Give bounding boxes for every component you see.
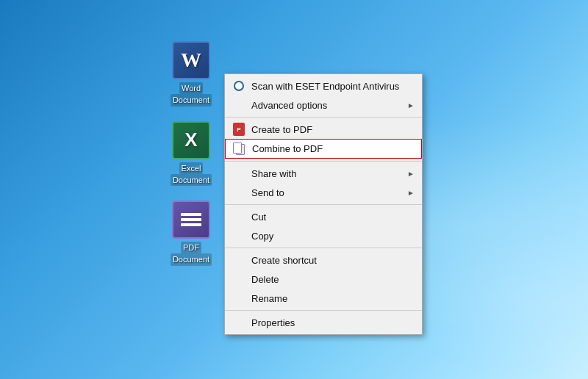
separator-2 [225,161,422,162]
rename-label: Rename [251,293,287,304]
cut-label: Cut [251,212,266,223]
menu-item-delete[interactable]: Delete [225,270,422,289]
menu-item-properties[interactable]: Properties [225,313,422,332]
separator-1 [225,117,422,118]
excel-letter: X [184,129,197,151]
share-with-arrow: ► [407,170,415,178]
pdf-icon-image [172,201,210,239]
separator-4 [225,248,422,248]
menu-item-advanced-options[interactable]: Advanced options ► [225,95,422,115]
excel-icon-label2: Document [171,174,212,186]
menu-item-send-to[interactable]: Send to ► [225,183,422,202]
word-icon-image: W [172,41,210,79]
desktop-icons: W Word Document X Excel Document PDF Doc… [163,41,219,266]
word-icon-label2: Document [171,94,212,106]
pdf-icon-lines [181,213,201,226]
combine-pdf-icon [232,141,248,157]
scan-eset-label: Scan with ESET Endpoint Antivirus [251,81,399,92]
menu-item-copy[interactable]: Copy [225,226,422,245]
pdf-document-icon[interactable]: PDF Document [163,201,219,266]
advanced-options-label: Advanced options [251,100,327,111]
menu-item-rename[interactable]: Rename [225,289,422,308]
delete-label: Delete [251,274,279,285]
word-document-icon[interactable]: W Word Document [163,41,219,107]
pdf-icon-label: PDF [181,242,201,253]
separator-5 [225,310,422,311]
combine-pdf-icon-image [233,142,246,156]
pdf-icon-label2: Document [171,253,212,265]
create-pdf-icon: P [231,121,247,137]
share-with-label: Share with [251,168,296,179]
menu-item-create-pdf[interactable]: P Create to PDF [225,120,422,139]
context-menu: Scan with ESET Endpoint Antivirus Advanc… [224,73,423,335]
separator-3 [225,204,422,205]
menu-item-scan-eset[interactable]: Scan with ESET Endpoint Antivirus [225,76,422,95]
excel-document-icon[interactable]: X Excel Document [163,121,219,187]
excel-icon-label: Excel [179,162,204,174]
menu-item-cut[interactable]: Cut [225,207,422,226]
menu-item-combine-pdf[interactable]: Combine to PDF [225,139,422,159]
pdf-small-icon: P [233,123,245,136]
send-to-arrow: ► [407,189,415,197]
create-pdf-label: Create to PDF [251,124,312,135]
create-shortcut-label: Create shortcut [251,255,317,266]
combine-pdf-label: Combine to PDF [252,143,323,154]
word-letter: W [181,48,201,72]
copy-label: Copy [251,231,273,242]
advanced-options-arrow: ► [407,101,415,109]
menu-item-create-shortcut[interactable]: Create shortcut [225,250,422,270]
send-to-label: Send to [251,187,284,198]
excel-icon-image: X [172,121,210,159]
menu-item-share-with[interactable]: Share with ► [225,164,422,183]
word-icon-label: Word [179,82,203,94]
properties-label: Properties [251,317,295,328]
eset-icon [231,78,247,94]
